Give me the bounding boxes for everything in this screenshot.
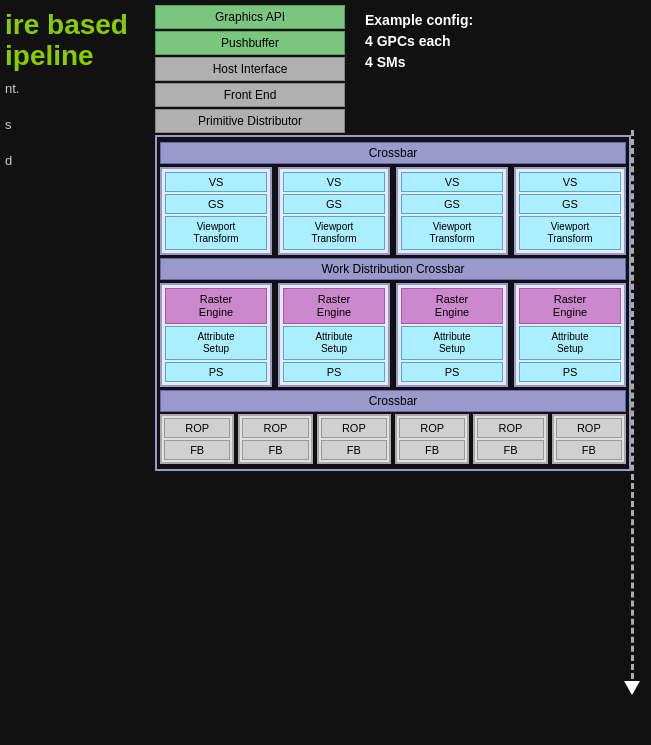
graphics-api-box: Graphics API	[155, 5, 345, 29]
fb-1: FB	[242, 440, 308, 460]
viewport-box-2: ViewportTransform	[401, 216, 503, 250]
example-config-line1: Example config:	[365, 10, 473, 31]
note2: s	[5, 116, 155, 134]
ps-box-0: PS	[165, 362, 267, 382]
title-line2: ipeline	[5, 41, 155, 72]
vs-box-0: VS	[165, 172, 267, 192]
note1: nt.	[5, 80, 155, 98]
title-sub: nt. s d	[5, 80, 155, 171]
raster-engine-1: RasterEngine	[283, 288, 385, 324]
raster-block-3: RasterEngine AttributeSetup PS	[514, 283, 626, 387]
raster-block-0: RasterEngine AttributeSetup PS	[160, 283, 272, 387]
vs-box-2: VS	[401, 172, 503, 192]
host-interface-box: Host Interface	[155, 57, 345, 81]
gs-box-0: GS	[165, 194, 267, 214]
rop-5: ROP	[556, 418, 622, 438]
arrow-line	[631, 130, 634, 679]
diagram-wrapper: Graphics API Pushbuffer Host Interface F…	[155, 5, 631, 471]
attribute-setup-0: AttributeSetup	[165, 326, 267, 360]
note3: d	[5, 152, 155, 170]
top-crossbar: Crossbar	[160, 142, 626, 164]
outer-border: Crossbar VS GS ViewportTransform VS GS V…	[155, 135, 631, 471]
raster-engine-0: RasterEngine	[165, 288, 267, 324]
attribute-setup-1: AttributeSetup	[283, 326, 385, 360]
gs-box-1: GS	[283, 194, 385, 214]
raster-engine-2: RasterEngine	[401, 288, 503, 324]
gpc-block-3: VS GS ViewportTransform	[514, 167, 626, 255]
raster-row: RasterEngine AttributeSetup PS RasterEng…	[160, 283, 626, 387]
bottom-crossbar: Crossbar	[160, 390, 626, 412]
gpc-block-2: VS GS ViewportTransform	[396, 167, 508, 255]
gs-box-3: GS	[519, 194, 621, 214]
viewport-box-1: ViewportTransform	[283, 216, 385, 250]
vs-box-3: VS	[519, 172, 621, 192]
pushbuffer-box: Pushbuffer	[155, 31, 345, 55]
fb-4: FB	[477, 440, 543, 460]
rop-0: ROP	[164, 418, 230, 438]
rop-2: ROP	[321, 418, 387, 438]
ps-box-3: PS	[519, 362, 621, 382]
ps-box-2: PS	[401, 362, 503, 382]
primitive-distributor-box: Primitive Distributor	[155, 109, 345, 133]
gpc-block-1: VS GS ViewportTransform	[278, 167, 390, 255]
vs-box-1: VS	[283, 172, 385, 192]
front-end-box: Front End	[155, 83, 345, 107]
rop-block-4: ROP FB	[473, 414, 547, 464]
gpc-row: VS GS ViewportTransform VS GS ViewportTr…	[160, 167, 626, 255]
rop-4: ROP	[477, 418, 543, 438]
fb-2: FB	[321, 440, 387, 460]
arrow-head-icon	[624, 681, 640, 695]
viewport-box-0: ViewportTransform	[165, 216, 267, 250]
rop-3: ROP	[399, 418, 465, 438]
gpc-block-0: VS GS ViewportTransform	[160, 167, 272, 255]
rop-block-3: ROP FB	[395, 414, 469, 464]
rop-block-5: ROP FB	[552, 414, 626, 464]
fb-5: FB	[556, 440, 622, 460]
fb-3: FB	[399, 440, 465, 460]
gs-box-2: GS	[401, 194, 503, 214]
work-distribution-crossbar: Work Distribution Crossbar	[160, 258, 626, 280]
ps-box-1: PS	[283, 362, 385, 382]
top-section: Graphics API Pushbuffer Host Interface F…	[155, 5, 631, 133]
rop-1: ROP	[242, 418, 308, 438]
example-config: Example config: 4 GPCs each 4 SMs	[365, 5, 473, 73]
viewport-box-3: ViewportTransform	[519, 216, 621, 250]
raster-block-2: RasterEngine AttributeSetup PS	[396, 283, 508, 387]
raster-block-1: RasterEngine AttributeSetup PS	[278, 283, 390, 387]
raster-engine-3: RasterEngine	[519, 288, 621, 324]
pipeline-stack: Graphics API Pushbuffer Host Interface F…	[155, 5, 345, 133]
rop-block-0: ROP FB	[160, 414, 234, 464]
right-arrow	[621, 130, 643, 695]
example-config-line3: 4 SMs	[365, 52, 473, 73]
fb-0: FB	[164, 440, 230, 460]
title-overlay: ire based ipeline nt. s d	[0, 0, 160, 181]
rop-row: ROP FB ROP FB ROP FB ROP FB ROP FB	[160, 414, 626, 464]
title-line1: ire based	[5, 10, 155, 41]
attribute-setup-3: AttributeSetup	[519, 326, 621, 360]
rop-block-2: ROP FB	[317, 414, 391, 464]
attribute-setup-2: AttributeSetup	[401, 326, 503, 360]
example-config-line2: 4 GPCs each	[365, 31, 473, 52]
page-container: ire based ipeline nt. s d Graphics API P…	[0, 0, 651, 745]
rop-block-1: ROP FB	[238, 414, 312, 464]
